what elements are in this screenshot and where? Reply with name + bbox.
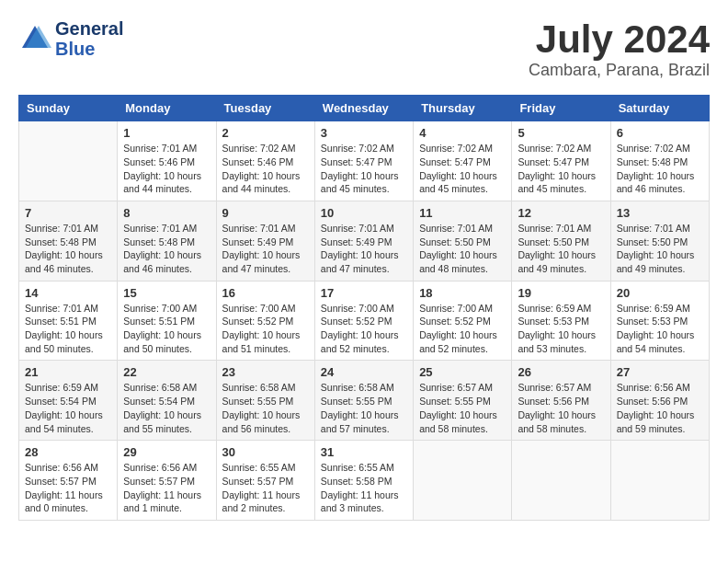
day-number: 9 — [222, 206, 309, 220]
calendar-cell: 14Sunrise: 7:01 AM Sunset: 5:51 PM Dayli… — [19, 281, 118, 361]
calendar-cell: 31Sunrise: 6:55 AM Sunset: 5:58 PM Dayli… — [314, 441, 413, 521]
day-info: Sunrise: 6:58 AM Sunset: 5:54 PM Dayligh… — [123, 381, 210, 435]
day-number: 26 — [518, 365, 604, 379]
day-number: 11 — [419, 206, 506, 220]
day-number: 3 — [321, 126, 407, 140]
day-info: Sunrise: 7:02 AM Sunset: 5:47 PM Dayligh… — [419, 142, 506, 196]
header: General Blue July 2024 Cambara, Parana, … — [18, 18, 710, 80]
day-number: 23 — [222, 365, 309, 379]
calendar-cell — [19, 121, 118, 201]
calendar-cell: 1Sunrise: 7:01 AM Sunset: 5:46 PM Daylig… — [118, 121, 216, 201]
weekday-header-wednesday: Wednesday — [314, 96, 413, 121]
day-number: 13 — [617, 206, 703, 220]
day-info: Sunrise: 6:56 AM Sunset: 5:57 PM Dayligh… — [123, 461, 210, 515]
day-number: 4 — [419, 126, 506, 140]
calendar-week-1: 1Sunrise: 7:01 AM Sunset: 5:46 PM Daylig… — [19, 121, 710, 201]
calendar-week-2: 7Sunrise: 7:01 AM Sunset: 5:48 PM Daylig… — [19, 201, 710, 281]
day-info: Sunrise: 7:00 AM Sunset: 5:51 PM Dayligh… — [123, 302, 210, 356]
calendar-week-4: 21Sunrise: 6:59 AM Sunset: 5:54 PM Dayli… — [19, 361, 710, 441]
day-number: 7 — [25, 206, 111, 220]
day-info: Sunrise: 7:01 AM Sunset: 5:51 PM Dayligh… — [25, 302, 111, 356]
day-info: Sunrise: 7:01 AM Sunset: 5:50 PM Dayligh… — [617, 222, 703, 276]
day-number: 31 — [321, 445, 407, 459]
calendar-cell — [414, 441, 512, 521]
day-number: 15 — [123, 286, 210, 300]
calendar-cell: 25Sunrise: 6:57 AM Sunset: 5:55 PM Dayli… — [414, 361, 512, 441]
weekday-header-friday: Friday — [512, 96, 610, 121]
day-info: Sunrise: 7:02 AM Sunset: 5:46 PM Dayligh… — [222, 142, 309, 196]
day-info: Sunrise: 6:59 AM Sunset: 5:54 PM Dayligh… — [25, 381, 111, 435]
calendar-cell — [610, 441, 709, 521]
day-number: 28 — [25, 445, 111, 459]
day-number: 5 — [518, 126, 604, 140]
calendar-cell: 6Sunrise: 7:02 AM Sunset: 5:48 PM Daylig… — [610, 121, 709, 201]
day-info: Sunrise: 6:55 AM Sunset: 5:58 PM Dayligh… — [321, 461, 407, 515]
day-number: 20 — [617, 286, 703, 300]
day-number: 22 — [123, 365, 210, 379]
day-info: Sunrise: 6:56 AM Sunset: 5:57 PM Dayligh… — [25, 461, 111, 515]
calendar-cell: 4Sunrise: 7:02 AM Sunset: 5:47 PM Daylig… — [414, 121, 512, 201]
calendar-cell: 22Sunrise: 6:58 AM Sunset: 5:54 PM Dayli… — [118, 361, 216, 441]
calendar-cell: 20Sunrise: 6:59 AM Sunset: 5:53 PM Dayli… — [610, 281, 709, 361]
day-number: 17 — [321, 286, 407, 300]
calendar-cell: 30Sunrise: 6:55 AM Sunset: 5:57 PM Dayli… — [216, 441, 314, 521]
day-info: Sunrise: 6:58 AM Sunset: 5:55 PM Dayligh… — [222, 381, 309, 435]
day-info: Sunrise: 7:02 AM Sunset: 5:48 PM Dayligh… — [617, 142, 703, 196]
calendar-cell: 16Sunrise: 7:00 AM Sunset: 5:52 PM Dayli… — [216, 281, 314, 361]
calendar-cell: 7Sunrise: 7:01 AM Sunset: 5:48 PM Daylig… — [19, 201, 118, 281]
day-number: 12 — [518, 206, 604, 220]
day-number: 29 — [123, 445, 210, 459]
day-info: Sunrise: 7:01 AM Sunset: 5:49 PM Dayligh… — [222, 222, 309, 276]
day-number: 27 — [617, 365, 703, 379]
day-info: Sunrise: 7:02 AM Sunset: 5:47 PM Dayligh… — [321, 142, 407, 196]
weekday-header-sunday: Sunday — [19, 96, 118, 121]
location-title: Cambara, Parana, Brazil — [529, 61, 710, 80]
calendar-cell: 21Sunrise: 6:59 AM Sunset: 5:54 PM Dayli… — [19, 361, 118, 441]
month-title: July 2024 — [529, 18, 710, 61]
calendar-cell: 12Sunrise: 7:01 AM Sunset: 5:50 PM Dayli… — [512, 201, 610, 281]
calendar-table: SundayMondayTuesdayWednesdayThursdayFrid… — [18, 95, 710, 521]
calendar-cell: 2Sunrise: 7:02 AM Sunset: 5:46 PM Daylig… — [216, 121, 314, 201]
day-info: Sunrise: 7:00 AM Sunset: 5:52 PM Dayligh… — [222, 302, 309, 356]
calendar-week-3: 14Sunrise: 7:01 AM Sunset: 5:51 PM Dayli… — [19, 281, 710, 361]
day-number: 21 — [25, 365, 111, 379]
calendar-cell: 8Sunrise: 7:01 AM Sunset: 5:48 PM Daylig… — [118, 201, 216, 281]
calendar-cell: 24Sunrise: 6:58 AM Sunset: 5:55 PM Dayli… — [314, 361, 413, 441]
day-number: 18 — [419, 286, 506, 300]
day-number: 25 — [419, 365, 506, 379]
calendar-cell: 5Sunrise: 7:02 AM Sunset: 5:47 PM Daylig… — [512, 121, 610, 201]
logo-icon — [18, 22, 51, 55]
day-info: Sunrise: 6:57 AM Sunset: 5:55 PM Dayligh… — [419, 381, 506, 435]
calendar-cell: 26Sunrise: 6:57 AM Sunset: 5:56 PM Dayli… — [512, 361, 610, 441]
day-info: Sunrise: 7:01 AM Sunset: 5:49 PM Dayligh… — [321, 222, 407, 276]
calendar-cell: 17Sunrise: 7:00 AM Sunset: 5:52 PM Dayli… — [314, 281, 413, 361]
day-number: 6 — [617, 126, 703, 140]
day-info: Sunrise: 6:57 AM Sunset: 5:56 PM Dayligh… — [518, 381, 604, 435]
weekday-header-tuesday: Tuesday — [216, 96, 314, 121]
calendar-cell: 28Sunrise: 6:56 AM Sunset: 5:57 PM Dayli… — [19, 441, 118, 521]
day-number: 24 — [321, 365, 407, 379]
calendar-cell: 19Sunrise: 6:59 AM Sunset: 5:53 PM Dayli… — [512, 281, 610, 361]
calendar-cell: 10Sunrise: 7:01 AM Sunset: 5:49 PM Dayli… — [314, 201, 413, 281]
calendar-cell: 15Sunrise: 7:00 AM Sunset: 5:51 PM Dayli… — [118, 281, 216, 361]
calendar-cell: 11Sunrise: 7:01 AM Sunset: 5:50 PM Dayli… — [414, 201, 512, 281]
calendar-cell — [512, 441, 610, 521]
logo-text-blue: Blue — [55, 39, 123, 59]
calendar-cell: 18Sunrise: 7:00 AM Sunset: 5:52 PM Dayli… — [414, 281, 512, 361]
day-info: Sunrise: 7:00 AM Sunset: 5:52 PM Dayligh… — [419, 302, 506, 356]
calendar-cell: 29Sunrise: 6:56 AM Sunset: 5:57 PM Dayli… — [118, 441, 216, 521]
day-info: Sunrise: 7:01 AM Sunset: 5:46 PM Dayligh… — [123, 142, 210, 196]
logo: General Blue — [18, 18, 123, 59]
calendar-cell: 27Sunrise: 6:56 AM Sunset: 5:56 PM Dayli… — [610, 361, 709, 441]
day-info: Sunrise: 7:01 AM Sunset: 5:50 PM Dayligh… — [419, 222, 506, 276]
calendar-header: SundayMondayTuesdayWednesdayThursdayFrid… — [19, 96, 710, 121]
day-number: 8 — [123, 206, 210, 220]
day-number: 1 — [123, 126, 210, 140]
weekday-header-monday: Monday — [118, 96, 216, 121]
calendar-cell: 13Sunrise: 7:01 AM Sunset: 5:50 PM Dayli… — [610, 201, 709, 281]
calendar-week-5: 28Sunrise: 6:56 AM Sunset: 5:57 PM Dayli… — [19, 441, 710, 521]
day-info: Sunrise: 6:55 AM Sunset: 5:57 PM Dayligh… — [222, 461, 309, 515]
calendar-cell: 23Sunrise: 6:58 AM Sunset: 5:55 PM Dayli… — [216, 361, 314, 441]
day-info: Sunrise: 7:00 AM Sunset: 5:52 PM Dayligh… — [321, 302, 407, 356]
day-info: Sunrise: 7:02 AM Sunset: 5:47 PM Dayligh… — [518, 142, 604, 196]
